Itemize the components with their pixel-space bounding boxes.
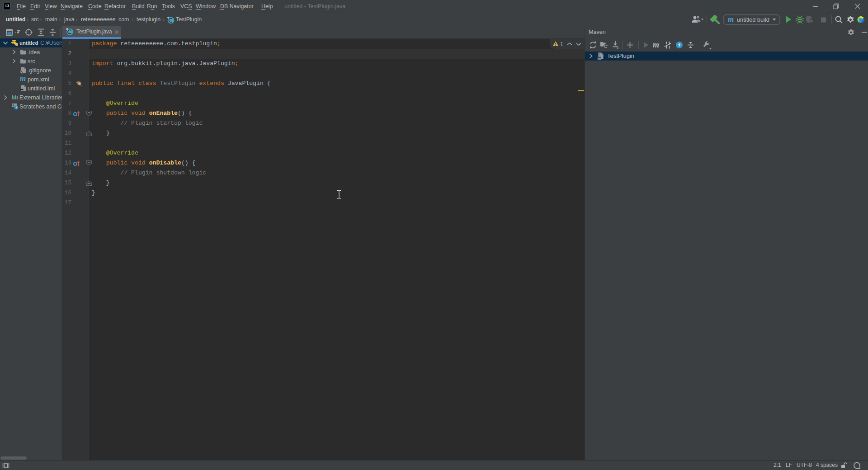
svg-text:m: m [728, 15, 734, 24]
svg-text:m: m [653, 40, 659, 49]
svg-text:untitled build: untitled build [737, 16, 769, 23]
svg-text:m: m [598, 56, 601, 61]
svg-text:1: 1 [560, 41, 563, 47]
